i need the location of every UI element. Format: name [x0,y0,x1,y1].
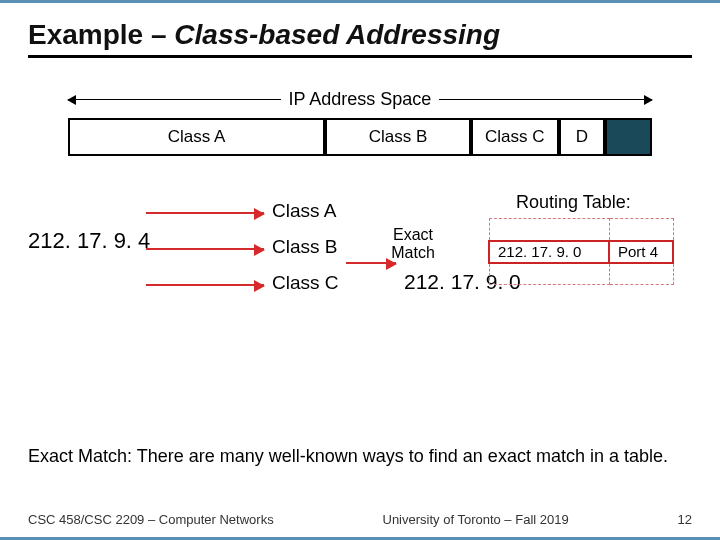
rt-prefix [489,263,609,285]
rt-port [609,219,673,241]
input-ip: 212. 17. 9. 4 [28,228,150,254]
arrow-icon [146,248,264,250]
class-c-block: Class C [471,118,559,156]
class-bar: Class A Class B Class C D [68,118,652,156]
footer-center: University of Toronto – Fall 2019 [383,512,569,527]
title-em: Class-based Addressing [174,19,500,50]
footer-left: CSC 458/CSC 2209 – Computer Networks [28,512,274,527]
routing-table-title: Routing Table: [516,192,631,213]
caption-text: Exact Match: There are many well-known w… [28,446,692,467]
rt-prefix: 212. 17. 9. 0 [489,241,609,263]
ip-space-label: IP Address Space [281,89,440,110]
footer: CSC 458/CSC 2209 – Computer Networks Uni… [28,512,692,527]
slide-title: Example – Class-based Addressing [28,19,692,58]
rt-prefix [489,219,609,241]
table-row [489,219,673,241]
routing-table: 212. 17. 9. 0Port 4 [488,218,674,285]
class-c-label: Class C [272,272,339,294]
rt-port: Port 4 [609,241,673,263]
table-row [489,263,673,285]
class-e-block [605,118,652,156]
ip-space-arrow: IP Address Space [68,86,652,112]
class-d-block: D [559,118,606,156]
title-pre: Example – [28,19,174,50]
arrow-icon [146,284,264,286]
exact-match-label: Exact Match [368,226,458,262]
footer-page-number: 12 [678,512,692,527]
arrow-icon [146,212,264,214]
lookup-diagram: 212. 17. 9. 4 Class A Class B Class C Ex… [28,192,692,322]
class-b-block: Class B [325,118,471,156]
class-a-label: Class A [272,200,336,222]
arrow-icon [346,262,396,264]
table-row-match: 212. 17. 9. 0Port 4 [489,241,673,263]
class-b-label: Class B [272,236,337,258]
class-a-block: Class A [68,118,325,156]
rt-port [609,263,673,285]
